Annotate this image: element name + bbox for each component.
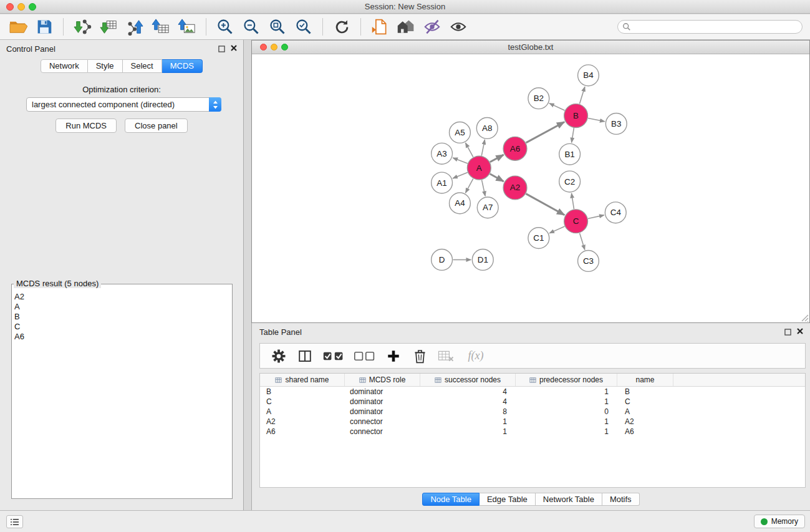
- tab-node-table[interactable]: Node Table: [422, 493, 480, 506]
- add-column-button[interactable]: [383, 346, 403, 366]
- zoom-out-button[interactable]: [240, 16, 263, 37]
- resize-grip-icon[interactable]: [800, 313, 809, 322]
- table-settings-button[interactable]: [269, 346, 289, 366]
- cell-name[interactable]: A6: [617, 427, 673, 437]
- edge-B-B2[interactable]: [549, 104, 565, 110]
- table-row[interactable]: B dominator 4 1 B: [260, 387, 805, 397]
- cell-successor-nodes[interactable]: 1: [420, 427, 516, 437]
- close-panel-action-button[interactable]: Close panel: [125, 118, 188, 133]
- cell-successor-nodes[interactable]: 1: [420, 417, 516, 427]
- float-panel-button[interactable]: [218, 45, 225, 52]
- tab-style[interactable]: Style: [88, 59, 123, 73]
- column-header-successor-nodes[interactable]: successor nodes: [420, 374, 516, 386]
- edge-A-A8[interactable]: [481, 140, 485, 156]
- search-input[interactable]: [617, 20, 803, 34]
- cell-successor-nodes[interactable]: 4: [420, 387, 516, 397]
- cell-mcds-role[interactable]: dominator: [345, 387, 420, 397]
- network-close-button[interactable]: [260, 44, 267, 51]
- table-float-button[interactable]: [784, 328, 791, 336]
- edge-A6-B[interactable]: [526, 122, 565, 142]
- cell-mcds-role[interactable]: connector: [345, 417, 420, 427]
- close-window-button[interactable]: [6, 3, 14, 11]
- cell-predecessor-nodes[interactable]: 1: [516, 397, 617, 407]
- import-table-button[interactable]: [97, 16, 120, 37]
- hide-selected-button[interactable]: [421, 16, 443, 37]
- show-columns-button[interactable]: [295, 346, 315, 366]
- fullscreen-window-button[interactable]: [29, 3, 36, 11]
- zoom-selected-button[interactable]: [292, 16, 315, 37]
- edge-A-A3[interactable]: [453, 158, 467, 163]
- cell-name[interactable]: B: [617, 387, 673, 397]
- edge-C-C1[interactable]: [549, 226, 564, 233]
- cell-mcds-role[interactable]: connector: [345, 427, 420, 437]
- select-all-button[interactable]: [321, 346, 346, 366]
- table-row[interactable]: A6 connector 1 1 A6: [260, 427, 805, 437]
- edge-A-A5[interactable]: [466, 143, 473, 157]
- cell-successor-nodes[interactable]: 4: [420, 397, 516, 407]
- cell-shared-name[interactable]: A2: [260, 417, 345, 427]
- network-canvas[interactable]: B4B2BB3A5A8A6A3B1AA1C2A2A4A7C4CC1DD1C3: [252, 55, 809, 322]
- cell-predecessor-nodes[interactable]: 1: [516, 417, 617, 427]
- table-close-button[interactable]: [796, 327, 804, 336]
- column-header-shared-name[interactable]: shared name: [260, 374, 345, 386]
- column-header-mcds-role[interactable]: MCDS role: [345, 374, 420, 386]
- tab-select[interactable]: Select: [123, 59, 162, 73]
- deselect-all-button[interactable]: [352, 346, 377, 366]
- delete-column-button[interactable]: [410, 346, 430, 366]
- table-row[interactable]: A dominator 8 0 A: [260, 407, 805, 417]
- zoom-fit-button[interactable]: [266, 16, 289, 37]
- edge-A-A4[interactable]: [466, 179, 473, 193]
- cell-predecessor-nodes[interactable]: 1: [516, 427, 617, 437]
- cell-shared-name[interactable]: A6: [260, 427, 345, 437]
- network-zoom-button[interactable]: [281, 44, 288, 51]
- cell-name[interactable]: A2: [617, 417, 673, 427]
- cell-name[interactable]: A: [617, 407, 673, 417]
- cell-predecessor-nodes[interactable]: 1: [516, 387, 617, 397]
- cell-predecessor-nodes[interactable]: 0: [516, 407, 617, 417]
- edge-A2-C[interactable]: [526, 194, 564, 215]
- edge-B-B3[interactable]: [588, 118, 605, 121]
- column-header-predecessor-nodes[interactable]: predecessor nodes: [516, 374, 617, 386]
- cell-shared-name[interactable]: B: [260, 387, 345, 397]
- tab-motifs[interactable]: Motifs: [602, 493, 640, 506]
- network-graph-svg[interactable]: B4B2BB3A5A8A6A3B1AA1C2A2A4A7C4CC1DD1C3: [252, 55, 809, 322]
- optimization-criterion-select[interactable]: largest connected component (directed): [26, 97, 221, 112]
- tab-network[interactable]: Network: [41, 59, 88, 73]
- home-button[interactable]: [395, 16, 417, 37]
- edge-C-C4[interactable]: [588, 215, 604, 219]
- function-builder-button[interactable]: f(x): [462, 346, 489, 366]
- edge-A-A7[interactable]: [482, 180, 486, 196]
- edge-A-A2[interactable]: [490, 174, 504, 181]
- import-network-button[interactable]: [71, 16, 94, 37]
- export-network-button[interactable]: [123, 16, 146, 37]
- table-row[interactable]: C dominator 4 1 C: [260, 397, 805, 407]
- network-minimize-button[interactable]: [271, 44, 277, 51]
- column-header-name[interactable]: name: [617, 374, 673, 386]
- minimize-window-button[interactable]: [17, 3, 25, 11]
- network-window-titlebar[interactable]: testGlobe.txt: [252, 41, 809, 54]
- memory-button[interactable]: Memory: [754, 515, 805, 528]
- cell-mcds-role[interactable]: dominator: [345, 397, 420, 407]
- edge-B-B4[interactable]: [579, 87, 584, 104]
- edge-A-A6[interactable]: [490, 155, 504, 162]
- export-table-button[interactable]: [150, 16, 172, 37]
- show-all-button[interactable]: [447, 16, 470, 37]
- edge-C-C2[interactable]: [572, 193, 574, 209]
- export-image-button[interactable]: [176, 16, 198, 37]
- table-row[interactable]: A2 connector 1 1 A2: [260, 417, 805, 427]
- tab-mcds[interactable]: MCDS: [162, 59, 203, 73]
- tab-edge-table[interactable]: Edge Table: [480, 493, 536, 506]
- delete-table-button[interactable]: [436, 346, 456, 366]
- open-session-button[interactable]: [7, 16, 29, 37]
- edge-B-B1[interactable]: [572, 128, 574, 142]
- zoom-in-button[interactable]: [214, 16, 236, 37]
- cell-shared-name[interactable]: A: [260, 407, 345, 417]
- edge-C-C3[interactable]: [580, 233, 585, 250]
- refresh-button[interactable]: [330, 16, 353, 37]
- edge-A-A1[interactable]: [453, 173, 468, 178]
- tab-network-table[interactable]: Network Table: [536, 493, 602, 506]
- cell-successor-nodes[interactable]: 8: [420, 407, 516, 417]
- open-document-button[interactable]: [369, 16, 391, 37]
- save-session-button[interactable]: [33, 16, 55, 37]
- cell-name[interactable]: C: [617, 397, 673, 407]
